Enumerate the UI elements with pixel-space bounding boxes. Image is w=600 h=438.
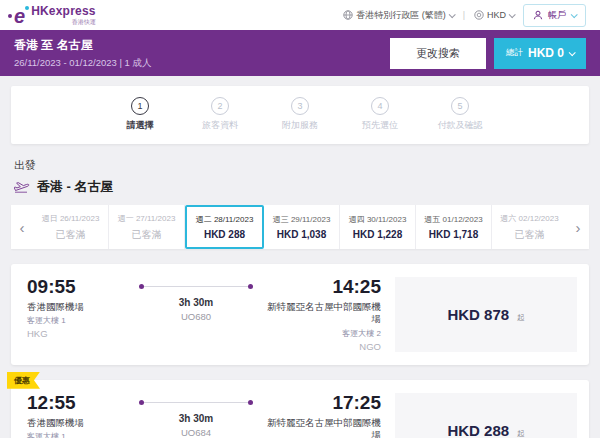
- departure-code: HKG: [27, 328, 133, 339]
- site-header: e HKexpress 香港快運 香港特別行政區 (繁體) | HKD 帳戶: [0, 0, 600, 30]
- date-tab-day: 週五 01/12/2023: [424, 214, 482, 225]
- arrival-airport: 新特麗亞名古屋中部國際機場: [259, 417, 381, 438]
- date-tab[interactable]: 週五 01/12/2023 HKD 1,718: [416, 205, 492, 249]
- chevron-right-icon[interactable]: ›: [567, 205, 589, 249]
- brand-subtitle: 香港快運: [31, 19, 96, 25]
- change-search-button[interactable]: 更改搜索: [390, 38, 486, 69]
- step-seat-selection: 4 預先選位: [352, 97, 408, 132]
- flight-path-line: [144, 402, 248, 403]
- date-tab-day: 週四 30/11/2023: [349, 214, 407, 225]
- date-tab[interactable]: 週四 30/11/2023 HKD 1,228: [340, 205, 416, 249]
- date-tab[interactable]: 週日 26/11/2023 已客滿: [33, 205, 109, 249]
- date-tab[interactable]: 週六 02/12/2023 已客滿: [492, 205, 567, 249]
- divider: |: [463, 10, 465, 20]
- date-tab-value: HKD 1,718: [429, 229, 478, 240]
- fare-price-value: HKD 288: [447, 422, 509, 438]
- arrival-terminal: 客運大樓 2: [259, 328, 381, 339]
- step-addons: 3 附加服務: [272, 97, 328, 132]
- flight-segment-info: 3h 30m UO684: [133, 393, 259, 438]
- step-label: 預先選位: [362, 119, 398, 132]
- departure-terminal: 客運大樓 1: [27, 315, 133, 326]
- date-tab-selected[interactable]: 週二 28/11/2023 HKD 288: [185, 205, 264, 249]
- step-number: 4: [371, 97, 389, 115]
- date-tab[interactable]: 週一 27/11/2023 已客滿: [109, 205, 185, 249]
- arrival-info: 17:25 新特麗亞名古屋中部國際機場 客運大樓 2 NGO: [259, 393, 381, 438]
- departure-info: 09:55 香港國際機場 客運大樓 1 HKG: [27, 277, 133, 339]
- flight-result-card[interactable]: 09:55 香港國際機場 客運大樓 1 HKG 3h 30m UO680 14:…: [11, 264, 589, 365]
- destination-dot-icon: [248, 284, 253, 289]
- step-payment: 5 付款及確認: [432, 97, 488, 132]
- fare-price: HKD 288起: [447, 422, 524, 438]
- chevron-down-icon: [448, 11, 455, 18]
- chevron-down-icon: [509, 11, 516, 18]
- date-tab[interactable]: 週三 29/11/2023 HKD 1,038: [264, 205, 340, 249]
- flight-number: UO680: [139, 311, 253, 322]
- date-tab-value: HKD 1,038: [277, 229, 326, 240]
- arrival-code: NGO: [259, 341, 381, 352]
- date-tab-value: 已客滿: [132, 228, 162, 242]
- step-number: 5: [451, 97, 469, 115]
- region-selector[interactable]: 香港特別行政區 (繁體): [343, 9, 454, 22]
- currency-selector[interactable]: HKD: [474, 10, 514, 20]
- trip-summary-bar: 香港 至 名古屋 26/11/2023 - 01/12/2023 | 1 成人 …: [0, 30, 600, 76]
- person-icon: [533, 10, 543, 20]
- step-label: 附加服務: [282, 119, 318, 132]
- date-tab-day: 週三 29/11/2023: [273, 214, 331, 225]
- fare-price: HKD 878起: [447, 306, 524, 323]
- arrival-info: 14:25 新特麗亞名古屋中部國際機場 客運大樓 2 NGO: [259, 277, 381, 352]
- flight-duration: 3h 30m: [139, 297, 253, 308]
- route-title-text: 香港 - 名古屋: [37, 178, 114, 196]
- departure-time: 12:55: [27, 393, 133, 412]
- plane-icon: [14, 181, 30, 193]
- fare-from-label: 起: [517, 429, 525, 438]
- departure-airport: 香港國際機場: [27, 301, 133, 313]
- arrival-airport: 新特麗亞名古屋中部國際機場: [259, 301, 381, 326]
- account-button[interactable]: 帳戶: [523, 4, 586, 27]
- coin-icon: [474, 10, 484, 20]
- departure-terminal: 客運大樓 1: [27, 431, 133, 438]
- date-carousel: ‹ 週日 26/11/2023 已客滿 週一 27/11/2023 已客滿 週二…: [11, 205, 589, 249]
- fare-from-label: 起: [517, 313, 525, 323]
- direction-label: 出發: [14, 158, 586, 173]
- fare-price-value: HKD 878: [447, 306, 509, 323]
- trip-route: 香港 至 名古屋: [14, 37, 152, 54]
- arrival-time: 14:25: [259, 277, 381, 296]
- flight-result-card[interactable]: 優惠 12:55 香港國際機場 客運大樓 1 HKG 3h 30m UO684 …: [11, 380, 589, 438]
- flight-duration: 3h 30m: [139, 413, 253, 424]
- chevron-left-icon[interactable]: ‹: [11, 205, 33, 249]
- departure-info: 12:55 香港國際機場 客運大樓 1 HKG: [27, 393, 133, 438]
- route-line: [139, 400, 253, 405]
- step-passenger-info: 2 旅客資料: [192, 97, 248, 132]
- flight-number: UO684: [139, 427, 253, 438]
- total-price-button[interactable]: 總計 HKD 0: [494, 38, 586, 69]
- date-tab-value: 已客滿: [56, 228, 86, 242]
- fare-price-button[interactable]: HKD 288起: [395, 393, 577, 438]
- flight-path-line: [144, 286, 248, 287]
- date-tab-value: HKD 288: [204, 229, 245, 240]
- step-label: 付款及確認: [438, 119, 483, 132]
- hkexpress-logo-icon: e: [14, 7, 25, 25]
- globe-icon: [343, 10, 353, 20]
- fare-price-button[interactable]: HKD 878起: [395, 277, 577, 352]
- date-tab-day: 週一 27/11/2023: [118, 213, 176, 224]
- departure-time: 09:55: [27, 277, 133, 296]
- chevron-down-icon: [569, 49, 576, 56]
- date-tab-day: 週日 26/11/2023: [42, 213, 100, 224]
- date-tab-day: 週二 28/11/2023: [196, 214, 254, 225]
- currency-label: HKD: [487, 10, 506, 20]
- total-value: HKD 0: [528, 46, 564, 60]
- step-number: 2: [211, 97, 229, 115]
- step-select-flight[interactable]: 1 請選擇: [112, 97, 168, 132]
- route-line: [139, 284, 253, 289]
- brand-name: HKexpress: [31, 5, 96, 17]
- step-label: 請選擇: [127, 119, 154, 132]
- account-label: 帳戶: [548, 9, 566, 22]
- region-label: 香港特別行政區 (繁體): [356, 9, 446, 22]
- hkexpress-logo[interactable]: e HKexpress 香港快運: [14, 5, 96, 25]
- step-number: 3: [291, 97, 309, 115]
- route-title: 香港 - 名古屋: [14, 178, 586, 196]
- destination-dot-icon: [248, 400, 253, 405]
- date-tab-value: HKD 1,228: [353, 229, 402, 240]
- promo-badge: 優惠: [7, 372, 40, 389]
- chevron-down-icon: [571, 11, 578, 18]
